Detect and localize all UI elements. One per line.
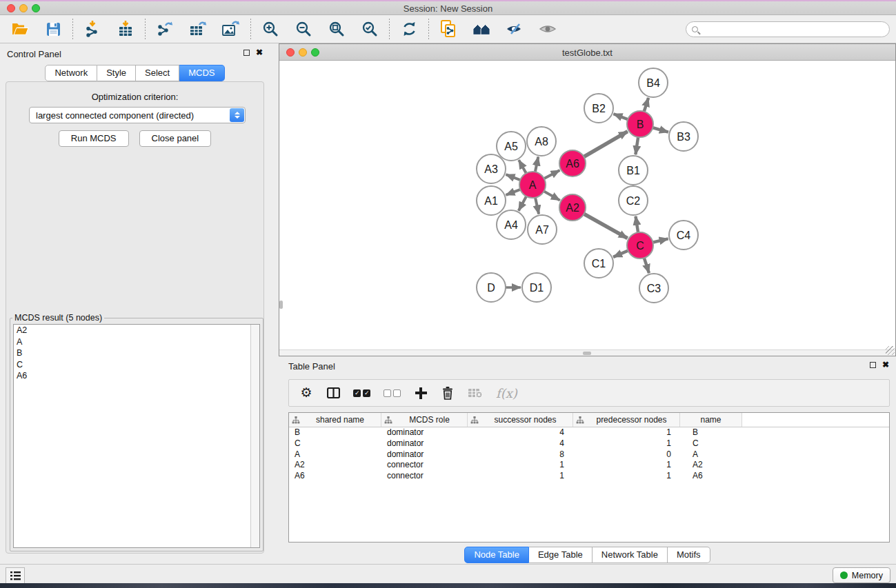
refresh-icon[interactable] [400, 20, 418, 38]
column-layout-icon[interactable] [326, 385, 340, 401]
scrollbar-thumb[interactable] [583, 352, 591, 355]
table-cell[interactable]: C [680, 438, 742, 449]
graph-node-D1[interactable]: D1 [522, 273, 551, 302]
column-header-successor-nodes[interactable]: successor nodes [468, 413, 573, 427]
close-table-panel-icon[interactable]: ✖ [882, 361, 889, 368]
add-column-icon[interactable] [414, 385, 428, 401]
graph-node-A4[interactable]: A4 [497, 210, 526, 239]
export-network-icon[interactable] [156, 20, 174, 38]
graph-node-C[interactable]: C [627, 232, 653, 258]
graph-node-B[interactable]: B [627, 111, 653, 137]
table-cell[interactable]: 4 [468, 438, 573, 449]
graph-node-B1[interactable]: B1 [619, 156, 648, 185]
memory-button[interactable]: Memory [833, 567, 890, 583]
table-cell[interactable]: connector [381, 471, 468, 482]
tab-select[interactable]: Select [136, 65, 179, 81]
show-eye-icon[interactable] [539, 20, 557, 38]
import-table-icon[interactable] [117, 20, 135, 38]
graph-node-A6[interactable]: A6 [559, 150, 586, 176]
tab-edge-table[interactable]: Edge Table [529, 547, 593, 563]
table-row[interactable]: A6connector11A6 [289, 471, 889, 482]
table-cell[interactable]: 1 [573, 427, 680, 438]
table-cell[interactable]: A6 [680, 471, 742, 482]
export-image-icon[interactable] [222, 20, 240, 38]
table-cell[interactable]: 0 [573, 449, 680, 460]
duplicate-network-icon[interactable] [439, 20, 457, 38]
table-cell[interactable]: 1 [573, 460, 680, 471]
graph-node-A[interactable]: A [519, 172, 546, 198]
run-mcds-button[interactable]: Run MCDS [59, 130, 129, 147]
graph-node-D[interactable]: D [477, 273, 506, 302]
graph-node-A8[interactable]: A8 [527, 127, 556, 156]
tab-style[interactable]: Style [97, 65, 136, 81]
open-session-icon[interactable] [11, 20, 29, 38]
table-cell[interactable]: dominator [381, 427, 468, 438]
table-row[interactable]: Bdominator41B [289, 427, 889, 438]
resize-grip-icon[interactable] [886, 346, 895, 355]
table-cell[interactable]: A [680, 449, 742, 460]
table-cell[interactable]: 4 [468, 427, 573, 438]
table-cell[interactable]: connector [381, 460, 468, 471]
mcds-result-item[interactable]: B [14, 347, 259, 359]
table-cell[interactable]: B [680, 427, 742, 438]
graph-node-A5[interactable]: A5 [497, 132, 526, 161]
mcds-result-item[interactable]: A [14, 336, 259, 348]
save-session-icon[interactable] [44, 20, 62, 38]
zoom-in-icon[interactable] [261, 20, 279, 38]
graph-node-C1[interactable]: C1 [584, 249, 613, 278]
zoom-out-icon[interactable] [295, 20, 312, 38]
table-cell[interactable]: dominator [381, 449, 468, 460]
select-all-icon[interactable] [353, 385, 370, 401]
zoom-selected-icon[interactable] [361, 20, 379, 38]
tab-network-table[interactable]: Network Table [593, 547, 668, 563]
graph-node-A7[interactable]: A7 [528, 215, 557, 244]
mcds-result-item[interactable]: A6 [14, 370, 259, 382]
close-panel-button[interactable]: Close panel [139, 130, 212, 147]
node-table[interactable]: shared nameMCDS rolesuccessor nodesprede… [288, 412, 890, 543]
close-panel-icon[interactable]: ✖ [256, 49, 263, 56]
table-cell[interactable]: 8 [468, 449, 573, 460]
tab-node-table[interactable]: Node Table [464, 547, 529, 563]
graph-node-C2[interactable]: C2 [619, 186, 648, 215]
tab-motifs[interactable]: Motifs [668, 547, 710, 563]
network-horizontal-scrollbar[interactable] [279, 349, 895, 356]
table-row[interactable]: Adominator80A [289, 449, 889, 460]
mcds-result-item[interactable]: A2 [14, 325, 259, 336]
graph-node-B3[interactable]: B3 [669, 122, 698, 151]
deselect-all-icon[interactable] [384, 385, 401, 401]
table-cell[interactable]: 1 [573, 438, 680, 449]
graph-node-A2[interactable]: A2 [559, 194, 586, 221]
import-network-icon[interactable] [83, 20, 101, 38]
table-cell[interactable]: C [289, 438, 381, 449]
network-window-titlebar[interactable]: testGlobe.txt [279, 44, 895, 61]
graph-node-A1[interactable]: A1 [477, 186, 506, 215]
mcds-result-list[interactable]: A2ABCA6 [13, 324, 260, 548]
column-header-predecessor-nodes[interactable]: predecessor nodes [573, 413, 680, 427]
export-table-icon[interactable] [189, 20, 207, 38]
float-panel-icon[interactable] [243, 50, 250, 56]
graph-node-A3[interactable]: A3 [477, 154, 506, 183]
table-cell[interactable]: B [289, 427, 381, 438]
table-cell[interactable]: A6 [289, 471, 381, 482]
table-cell[interactable]: 1 [468, 460, 573, 471]
table-settings-gear-icon[interactable]: ⚙ [299, 385, 313, 401]
home-view-icon[interactable] [472, 20, 490, 38]
table-cell[interactable]: 1 [468, 471, 573, 482]
table-cell[interactable]: dominator [381, 438, 468, 449]
table-cell[interactable]: 1 [573, 471, 680, 482]
task-history-button[interactable] [6, 567, 25, 584]
criterion-dropdown[interactable]: largest connected component (directed) [29, 107, 246, 123]
table-row[interactable]: Cdominator41C [289, 438, 889, 449]
table-cell[interactable]: A2 [289, 460, 381, 471]
list-scrollbar[interactable] [250, 325, 259, 547]
graph-node-B2[interactable]: B2 [584, 94, 613, 123]
table-cell[interactable]: A [289, 449, 381, 460]
tab-mcds[interactable]: MCDS [179, 65, 224, 81]
mcds-result-item[interactable]: C [14, 359, 259, 371]
network-vertical-scrollbar[interactable] [279, 301, 283, 309]
column-header-shared-name[interactable]: shared name [289, 413, 381, 427]
delete-column-trash-icon[interactable] [441, 385, 455, 401]
zoom-fit-icon[interactable] [328, 20, 346, 38]
network-canvas[interactable]: AA1A3A5A8A4A7A6A2BB2B4B3B1C2CC1C4C3DD1 [279, 61, 895, 356]
table-cell[interactable]: A2 [680, 460, 742, 471]
